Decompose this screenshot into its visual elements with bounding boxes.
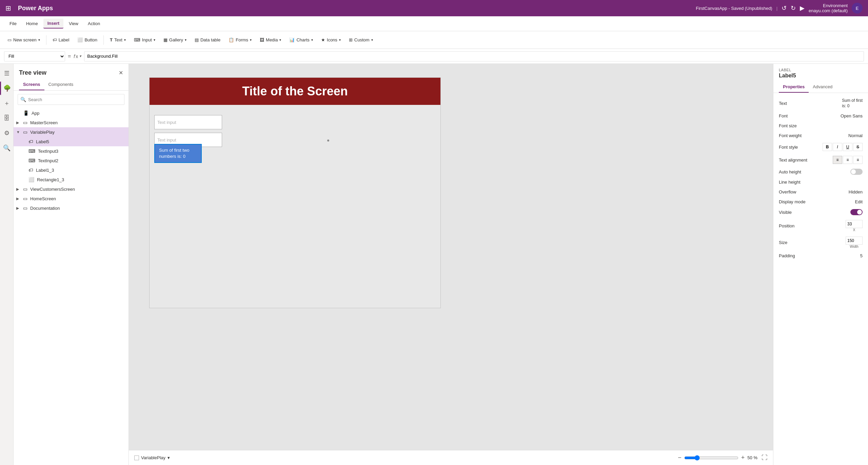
visible-toggle[interactable] xyxy=(850,209,863,215)
tree-item-documentation[interactable]: ▶ ▭ Documentation xyxy=(14,203,129,213)
tree-item-rectangle1-3[interactable]: ⬜ Rectangle1_3 xyxy=(14,175,129,184)
redo-icon[interactable]: ↻ xyxy=(791,4,796,12)
canvas-label-box[interactable]: Sum of first two numbers is: 0 xyxy=(154,144,202,163)
strikethrough-button[interactable]: S xyxy=(853,143,863,151)
forms-button[interactable]: 📋 Forms ▾ xyxy=(225,36,255,44)
tab-properties[interactable]: Properties xyxy=(779,81,809,93)
screen-dropdown-icon[interactable]: ▾ xyxy=(167,455,170,460)
prop-value-displaymode[interactable]: Edit xyxy=(855,199,863,204)
waffle-icon[interactable]: ⊞ xyxy=(5,4,11,12)
prop-row-autoheight: Auto height xyxy=(773,166,868,177)
tab-components[interactable]: Components xyxy=(44,79,78,90)
search-wrap: 🔍 xyxy=(18,94,124,105)
tree-item-homescreen[interactable]: ▶ ▭ HomeScreen xyxy=(14,194,129,203)
user-avatar[interactable]: E xyxy=(852,3,863,14)
property-selector[interactable]: Fill xyxy=(4,51,65,61)
prop-value-padding[interactable]: 5 xyxy=(860,253,863,258)
italic-button[interactable]: I xyxy=(833,143,842,151)
zoom-in-button[interactable]: + xyxy=(741,454,745,461)
fit-screen-icon[interactable]: ⛶ xyxy=(762,454,768,461)
main-layout: ☰ 🌳 ＋ 🗄 ⚙ 🔍 Tree view ✕ Screens Componen… xyxy=(0,64,868,465)
input-button[interactable]: ⌨ Input ▾ xyxy=(131,36,159,44)
prop-value-font[interactable]: Open Sans xyxy=(841,113,863,118)
prop-label-fontsize: Font size xyxy=(779,123,797,128)
prop-label-font: Font xyxy=(779,113,788,118)
tree-item-masterscreen[interactable]: ▶ ▭ MasterScreen xyxy=(14,118,129,127)
tree-item-viewcustomers[interactable]: ▶ ▭ ViewCustomersScreen xyxy=(14,184,129,194)
app-icon: 📱 xyxy=(23,110,29,116)
right-panel-properties: Text Sum of firstis: 0 Font Open Sans Fo… xyxy=(773,93,868,465)
menu-insert[interactable]: Insert xyxy=(43,19,63,29)
label1-3-icon: 🏷 xyxy=(28,167,33,173)
tree-view-icon-btn[interactable]: 🌳 xyxy=(0,81,14,95)
search-input[interactable] xyxy=(18,94,124,105)
tree-item-variableplay[interactable]: ▼ ▭ VariablePlay ⋯ xyxy=(14,127,129,137)
sidebar-close-button[interactable]: ✕ xyxy=(119,70,123,76)
menu-action[interactable]: Action xyxy=(84,19,104,28)
documentation-icon: ▭ xyxy=(23,205,27,211)
prop-row-text: Text Sum of firstis: 0 xyxy=(773,96,868,111)
prop-value-overflow[interactable]: Hidden xyxy=(849,189,863,194)
menu-bar: File Home Insert View Action xyxy=(0,16,868,31)
size-width-input[interactable] xyxy=(846,237,863,245)
tab-advanced[interactable]: Advanced xyxy=(809,81,836,93)
data-icon-btn[interactable]: 🗄 xyxy=(0,111,14,125)
prop-label-size: Size xyxy=(779,240,787,245)
underline-button[interactable]: U xyxy=(843,143,852,151)
prop-label-fontweight: Font weight xyxy=(779,133,802,138)
align-right-button[interactable]: ≡ xyxy=(853,156,863,164)
homescreen-expand: ▶ xyxy=(16,197,22,201)
tree-item-textinput3[interactable]: ⌨ TextInput3 xyxy=(14,146,129,156)
align-center-button[interactable]: ≡ xyxy=(843,156,852,164)
input-icon: ⌨ xyxy=(134,37,140,42)
tab-screens[interactable]: Screens xyxy=(19,79,44,90)
text-button[interactable]: T Text ▾ xyxy=(106,36,129,44)
viewcustomers-label: ViewCustomersScreen xyxy=(30,187,126,192)
play-icon[interactable]: ▶ xyxy=(800,4,805,12)
align-left-button[interactable]: ≡ xyxy=(833,156,842,164)
add-icon-btn[interactable]: ＋ xyxy=(0,96,14,110)
prop-row-fontstyle: Font style B I U S xyxy=(773,141,868,153)
menu-home[interactable]: Home xyxy=(22,19,42,28)
search-icon-btn[interactable]: 🔍 xyxy=(0,141,14,155)
homescreen-icon: ▭ xyxy=(23,196,27,201)
menu-file[interactable]: File xyxy=(5,19,21,28)
icons-icon: ★ xyxy=(321,37,325,42)
canvas-content[interactable]: Title of the Screen Text input Text inpu… xyxy=(150,78,440,308)
prop-row-fontsize: Font size xyxy=(773,121,868,131)
font-style-buttons: B I U S xyxy=(823,143,863,151)
auto-height-toggle[interactable] xyxy=(850,169,863,175)
prop-label-visible: Visible xyxy=(779,210,792,215)
media-button[interactable]: 🖼 Media ▾ xyxy=(256,36,284,44)
zoom-out-button[interactable]: − xyxy=(678,454,682,461)
prop-value-text[interactable]: Sum of firstis: 0 xyxy=(842,98,863,109)
tree-item-textinput2[interactable]: ⌨ TextInput2 xyxy=(14,156,129,165)
zoom-slider[interactable] xyxy=(684,455,738,461)
screen-indicator: VariablePlay ▾ xyxy=(134,455,170,460)
charts-button[interactable]: 📊 Charts ▾ xyxy=(286,36,316,44)
custom-button[interactable]: ⊞ Custom ▾ xyxy=(346,36,376,44)
bold-button[interactable]: B xyxy=(823,143,832,151)
tree-item-label1-3[interactable]: 🏷 Label1_3 xyxy=(14,165,129,175)
prop-value-fontweight[interactable]: Normal xyxy=(848,133,863,138)
tree-item-label5[interactable]: 🏷 Label5 xyxy=(14,137,129,146)
data-table-button[interactable]: ▤ Data table xyxy=(191,36,224,44)
new-screen-button[interactable]: ▭ New screen ▾ xyxy=(4,36,43,44)
position-inputs: X xyxy=(846,220,863,232)
position-x-input[interactable] xyxy=(846,220,863,228)
canvas-text-input-1[interactable]: Text input xyxy=(154,115,222,129)
new-screen-icon: ▭ xyxy=(7,37,12,42)
button-button[interactable]: ⬜ Button xyxy=(74,36,101,44)
sidebar-header: Tree view ✕ xyxy=(14,64,129,79)
variables-icon-btn[interactable]: ⚙ xyxy=(0,126,14,140)
prop-row-displaymode: Display mode Edit xyxy=(773,197,868,207)
formula-input[interactable] xyxy=(84,51,864,61)
tree-item-app[interactable]: 📱 App xyxy=(14,108,129,118)
menu-view[interactable]: View xyxy=(65,19,82,28)
text-icon: T xyxy=(110,37,113,42)
gallery-button[interactable]: ▦ Gallery ▾ xyxy=(160,36,190,44)
undo-icon[interactable]: ↺ xyxy=(782,4,787,12)
label-button[interactable]: 🏷 Label xyxy=(49,36,73,44)
menu-icon-btn[interactable]: ☰ xyxy=(0,67,14,80)
icons-button[interactable]: ★ Icons ▾ xyxy=(318,36,344,44)
